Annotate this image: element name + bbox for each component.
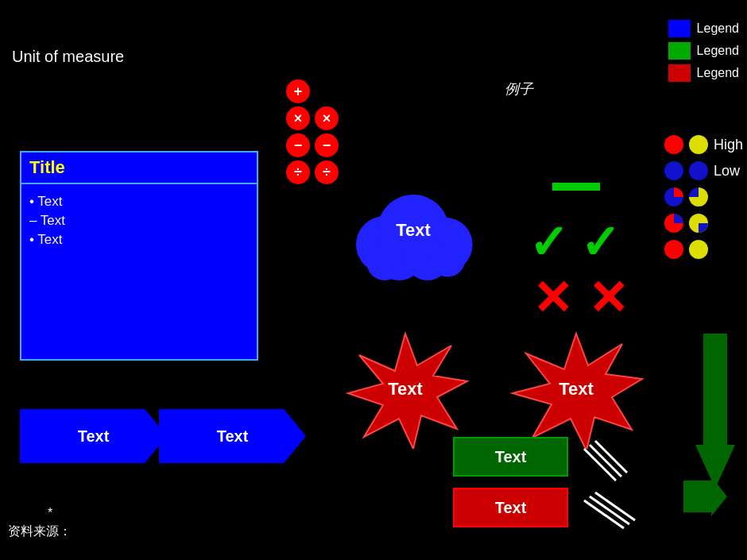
legend-item-1: Legend xyxy=(668,20,739,37)
svg-point-5 xyxy=(367,245,403,280)
div-circle-1: ÷ xyxy=(286,160,310,184)
op-row-plus: + xyxy=(286,79,339,103)
svg-marker-27 xyxy=(695,334,735,489)
legend-label-2: Legend xyxy=(697,44,739,58)
bullet-3: • Text xyxy=(29,232,249,248)
cloud-text: Text xyxy=(396,220,431,241)
svg-text:Text: Text xyxy=(388,379,423,399)
svg-line-16 xyxy=(595,492,635,520)
title-box-header: Title xyxy=(21,153,257,184)
svg-point-18 xyxy=(689,135,708,154)
minus-circle-1: − xyxy=(286,133,310,157)
x-mark-2: ✕ xyxy=(588,270,628,326)
op-row-div: ÷ ÷ xyxy=(286,160,339,184)
small-green-arrow xyxy=(683,477,731,519)
legend-label-1: Legend xyxy=(697,21,739,36)
op-row-mult: × × xyxy=(286,106,339,130)
diagonal-lines xyxy=(580,437,660,543)
chevron-right: Text xyxy=(159,409,306,463)
checkmark-2: ✓ xyxy=(580,214,620,270)
mult-circle-2: × xyxy=(315,106,339,130)
big-green-arrow xyxy=(695,334,735,496)
op-row-minus: − − xyxy=(286,133,339,157)
svg-marker-28 xyxy=(683,477,727,516)
low-label: Low xyxy=(714,163,740,180)
legend-area: Legend Legend Legend xyxy=(668,20,739,82)
svg-line-15 xyxy=(590,496,629,524)
high-low-area: High Low xyxy=(664,135,743,260)
bullet-2: – Text xyxy=(29,213,249,229)
bottom-source: 资料来源： xyxy=(8,523,72,540)
minus-circle-2: − xyxy=(315,133,339,157)
svg-point-25 xyxy=(664,240,683,259)
svg-point-20 xyxy=(689,161,708,180)
title-box: Title • Text – Text • Text xyxy=(20,151,258,361)
chevron-left: Text xyxy=(20,409,167,463)
chevron-container: Text Text xyxy=(20,409,306,463)
svg-point-19 xyxy=(664,161,683,180)
plus-circle: + xyxy=(286,79,310,103)
legend-box-red xyxy=(668,64,691,82)
title-box-body: • Text – Text • Text xyxy=(21,184,257,359)
starburst-1: Text xyxy=(342,330,469,452)
legend-box-blue xyxy=(668,20,691,37)
reizi-label: 例子 xyxy=(505,79,533,98)
svg-text:Text: Text xyxy=(559,379,594,399)
svg-point-26 xyxy=(689,240,708,259)
mult-circle-1: × xyxy=(286,106,310,130)
svg-point-17 xyxy=(664,135,683,154)
green-dash xyxy=(552,183,600,191)
div-circle-2: ÷ xyxy=(315,160,339,184)
checkmark-1: ✓ xyxy=(528,214,568,270)
bullet-1: • Text xyxy=(29,194,249,210)
unit-of-measure-label: Unit of measure xyxy=(12,48,124,66)
legend-label-3: Legend xyxy=(697,66,739,80)
green-text-box: Text xyxy=(453,437,568,477)
starburst-2: Text xyxy=(509,330,644,452)
svg-point-6 xyxy=(430,241,466,277)
operators-column: + × × − − ÷ ÷ xyxy=(286,79,339,184)
svg-line-14 xyxy=(584,500,624,528)
legend-box-green xyxy=(668,42,691,60)
cloud-shape: Text xyxy=(342,171,485,290)
legend-item-3: Legend xyxy=(668,64,739,82)
x-mark-1: ✕ xyxy=(532,270,572,326)
legend-item-2: Legend xyxy=(668,42,739,60)
high-label: High xyxy=(714,137,743,153)
bottom-star: * xyxy=(48,506,52,520)
red-text-box: Text xyxy=(453,488,568,527)
